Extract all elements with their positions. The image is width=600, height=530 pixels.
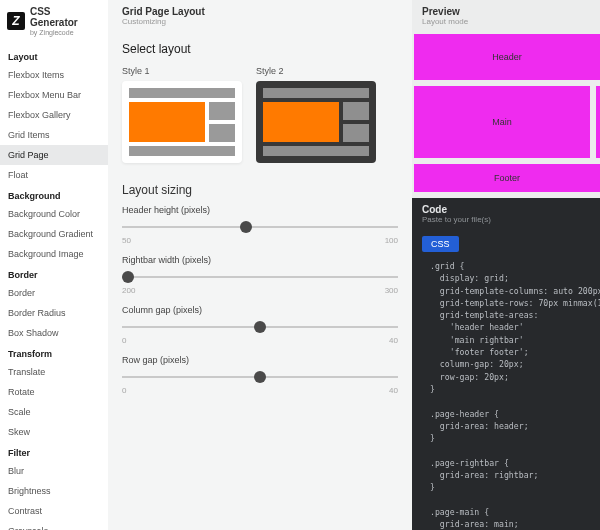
brand: Z CSS Generator by Zinglecode [0, 0, 108, 44]
nav-item[interactable]: Skew [0, 422, 108, 442]
style-1-label: Style 1 [122, 66, 242, 76]
slider-track[interactable] [122, 221, 398, 233]
preview-rightbar-box [596, 86, 600, 158]
nav-item[interactable]: Border Radius [0, 303, 108, 323]
nav-item[interactable]: Grid Page [0, 145, 108, 165]
slider-label: Header height (pixels) [122, 205, 398, 215]
nav-heading: Border [0, 264, 108, 283]
style-row: Style 1 Style 2 [122, 66, 398, 163]
slider: Column gap (pixels)040 [122, 305, 398, 345]
config-title: Grid Page Layout [122, 6, 398, 17]
slider-max: 300 [385, 286, 398, 295]
preview-main-box: Main [414, 86, 590, 158]
nav-item[interactable]: Grid Items [0, 125, 108, 145]
preview-subtitle: Layout mode [422, 17, 590, 26]
preview-title: Preview [422, 6, 590, 17]
slider-max: 40 [389, 336, 398, 345]
code-title: Code [422, 204, 590, 215]
slider-track[interactable] [122, 271, 398, 283]
code-header: Code Paste to your file(s) [412, 198, 600, 226]
slider: Row gap (pixels)040 [122, 355, 398, 395]
slider-label: Rightbar width (pixels) [122, 255, 398, 265]
right-panel: Preview Layout mode Header Main Footer C… [412, 0, 600, 530]
style-option-2[interactable]: Style 2 [256, 66, 376, 163]
slider-min: 0 [122, 336, 126, 345]
preview-header: Preview Layout mode [412, 0, 600, 28]
preview-footer-box: Footer [414, 164, 600, 192]
config-panel: Grid Page Layout Customizing Select layo… [108, 0, 412, 530]
slider-max: 100 [385, 236, 398, 245]
nav-item[interactable]: Background Color [0, 204, 108, 224]
preview-header-box: Header [414, 34, 600, 80]
app-root: Z CSS Generator by Zinglecode LayoutFlex… [0, 0, 600, 530]
logo-icon: Z [7, 12, 25, 30]
nav-item[interactable]: Flexbox Menu Bar [0, 85, 108, 105]
nav-item[interactable]: Grayscale [0, 521, 108, 530]
slider-thumb[interactable] [122, 271, 134, 283]
slider-min: 50 [122, 236, 131, 245]
tab-css[interactable]: CSS [422, 236, 459, 252]
style-2-label: Style 2 [256, 66, 376, 76]
nav-item[interactable]: Background Gradient [0, 224, 108, 244]
code-subtitle: Paste to your file(s) [422, 215, 590, 224]
preview-area: Header Main Footer [412, 28, 600, 198]
nav-item[interactable]: Flexbox Gallery [0, 105, 108, 125]
nav-heading: Transform [0, 343, 108, 362]
style-option-1[interactable]: Style 1 [122, 66, 242, 163]
nav-heading: Filter [0, 442, 108, 461]
sidebar-nav: LayoutFlexbox ItemsFlexbox Menu BarFlexb… [0, 46, 108, 530]
nav-item[interactable]: Background Image [0, 244, 108, 264]
nav-item[interactable]: Translate [0, 362, 108, 382]
brand-subtitle: by Zinglecode [30, 29, 101, 36]
brand-text: CSS Generator by Zinglecode [30, 6, 101, 36]
nav-item[interactable]: Brightness [0, 481, 108, 501]
code-body[interactable]: .grid { display: grid; grid-template-col… [412, 252, 600, 530]
nav-heading: Layout [0, 46, 108, 65]
nav-item[interactable]: Border [0, 283, 108, 303]
slider-max: 40 [389, 386, 398, 395]
style-1-thumbnail [122, 81, 242, 163]
nav-item[interactable]: Flexbox Items [0, 65, 108, 85]
slider-track[interactable] [122, 321, 398, 333]
nav-item[interactable]: Blur [0, 461, 108, 481]
slider-thumb[interactable] [240, 221, 252, 233]
slider-track[interactable] [122, 371, 398, 383]
slider-min: 0 [122, 386, 126, 395]
nav-item[interactable]: Rotate [0, 382, 108, 402]
slider-min: 200 [122, 286, 135, 295]
brand-title: CSS Generator [30, 6, 101, 28]
nav-item[interactable]: Contrast [0, 501, 108, 521]
nav-item[interactable]: Float [0, 165, 108, 185]
config-subtitle: Customizing [122, 17, 398, 26]
nav-item[interactable]: Scale [0, 402, 108, 422]
nav-heading: Background [0, 185, 108, 204]
nav-item[interactable]: Box Shadow [0, 323, 108, 343]
code-panel: Code Paste to your file(s) CSS .grid { d… [412, 198, 600, 530]
slider-label: Row gap (pixels) [122, 355, 398, 365]
config-header: Grid Page Layout Customizing [122, 0, 398, 36]
slider-thumb[interactable] [254, 371, 266, 383]
sliders-container: Header height (pixels)50100Rightbar widt… [122, 205, 398, 395]
sidebar: Z CSS Generator by Zinglecode LayoutFlex… [0, 0, 108, 530]
layout-sizing-label: Layout sizing [122, 183, 398, 197]
slider-label: Column gap (pixels) [122, 305, 398, 315]
code-tabs: CSS [422, 236, 600, 252]
slider: Header height (pixels)50100 [122, 205, 398, 245]
style-2-thumbnail [256, 81, 376, 163]
slider: Rightbar width (pixels)200300 [122, 255, 398, 295]
select-layout-label: Select layout [122, 42, 398, 56]
slider-thumb[interactable] [254, 321, 266, 333]
